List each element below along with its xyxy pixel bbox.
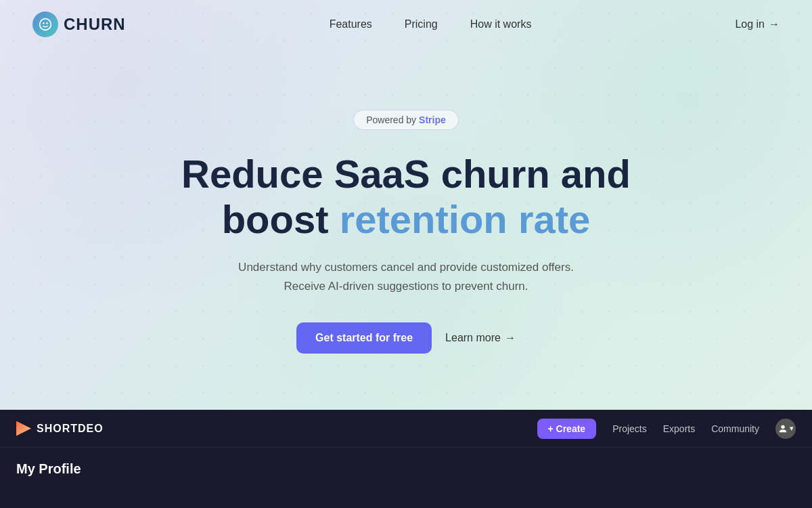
svg-point-1 (43, 22, 45, 24)
logo-link[interactable]: CHURN (32, 12, 126, 37)
learn-more-arrow: → (505, 332, 516, 344)
hero-subtitle: Understand why customers cancel and prov… (238, 258, 574, 295)
login-label: Log in (735, 18, 765, 30)
powered-text: Powered by (366, 114, 416, 125)
stripe-label: Stripe (419, 114, 446, 125)
hero-content: Powered by Stripe Reduce SaaS churn and … (181, 110, 631, 354)
hero-section: CHURN Features Pricing How it works Log … (0, 0, 812, 410)
nav-pricing[interactable]: Pricing (405, 18, 438, 30)
nav-features[interactable]: Features (330, 18, 372, 30)
shortdeo-content: My Profile (0, 448, 812, 490)
shortdeo-projects-link[interactable]: Projects (612, 423, 647, 434)
shortdeo-profile-title: My Profile (16, 461, 796, 477)
learn-more-label: Learn more (445, 332, 501, 344)
nav-links: Features Pricing How it works (330, 18, 532, 30)
shortdeo-name: SHORTDEO (37, 423, 104, 435)
subtitle-line2: Receive AI-driven suggestions to prevent… (284, 280, 528, 293)
hero-title: Reduce SaaS churn and boost retention ra… (181, 152, 631, 242)
login-arrow: → (769, 18, 780, 30)
nav-how-it-works[interactable]: How it works (470, 18, 532, 30)
shortdeo-avatar[interactable]: ▾ (775, 419, 796, 439)
hero-title-line2-plain: boost (222, 197, 340, 241)
subtitle-line1: Understand why customers cancel and prov… (238, 261, 574, 274)
shortdeo-navbar: SHORTDEO + Create Projects Exports Commu… (0, 410, 812, 448)
get-started-button[interactable]: Get started for free (296, 322, 432, 354)
shortdeo-create-button[interactable]: + Create (537, 419, 597, 439)
cta-group: Get started for free Learn more → (296, 322, 516, 354)
logo-icon (32, 12, 58, 37)
shortdeo-logo: SHORTDEO (16, 421, 104, 436)
learn-more-button[interactable]: Learn more → (445, 332, 516, 344)
shortdeo-exports-link[interactable]: Exports (663, 423, 695, 434)
powered-badge: Powered by Stripe (353, 110, 459, 130)
navbar: CHURN Features Pricing How it works Log … (0, 0, 812, 49)
login-button[interactable]: Log in → (735, 18, 780, 30)
shortdeo-bar: SHORTDEO + Create Projects Exports Commu… (0, 410, 812, 508)
logo-text: CHURN (64, 15, 126, 34)
shortdeo-nav-right: + Create Projects Exports Community ▾ (537, 419, 796, 439)
svg-point-2 (46, 22, 48, 24)
svg-point-0 (40, 19, 51, 30)
hero-title-accent: retention rate (340, 197, 591, 241)
shortdeo-play-icon (16, 421, 31, 436)
shortdeo-community-link[interactable]: Community (711, 423, 759, 434)
svg-point-3 (781, 425, 784, 428)
hero-title-line1: Reduce SaaS churn and (181, 152, 631, 196)
